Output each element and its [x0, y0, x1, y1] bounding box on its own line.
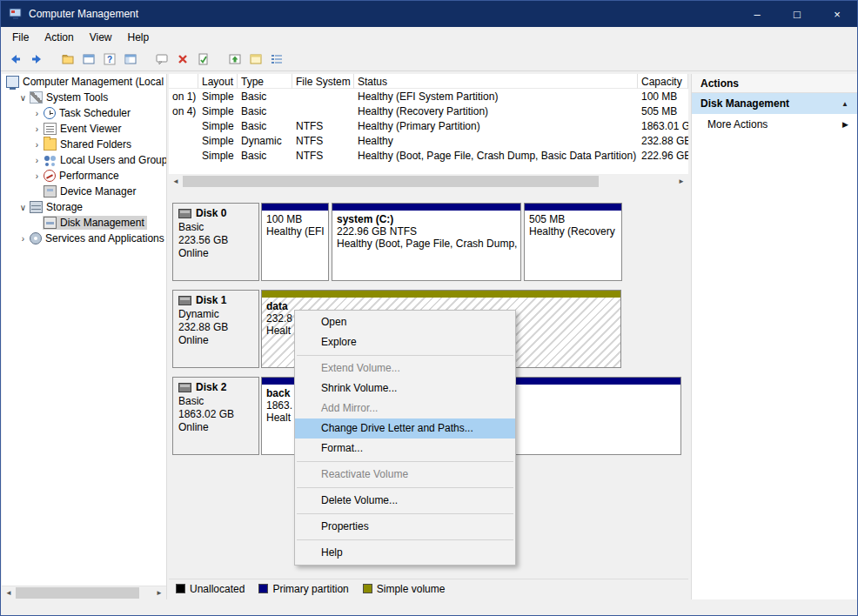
partition-system-c[interactable]: system (C:) 222.96 GB NTFS Healthy (Boot…	[332, 203, 521, 281]
details-icon[interactable]	[268, 50, 285, 68]
scroll-right-icon[interactable]: ►	[152, 586, 166, 599]
column-header-file-system[interactable]: File System	[292, 74, 354, 89]
menu-item-shrink-volume[interactable]: Shrink Volume...	[295, 378, 515, 398]
tree-horizontal-scrollbar[interactable]: ◄ ►	[2, 586, 166, 599]
scrollbar-thumb[interactable]	[183, 176, 599, 187]
menu-action[interactable]: Action	[37, 29, 81, 46]
volume-row[interactable]: Simple Dynamic NTFS Healthy 232.88 GB	[169, 133, 688, 148]
tree-item-local-users-and-groups[interactable]: › Local Users and Groups	[2, 152, 166, 168]
forward-icon[interactable]	[28, 50, 45, 68]
minimize-button[interactable]: –	[737, 1, 777, 27]
menu-item-open[interactable]: Open	[295, 312, 515, 332]
menu-file[interactable]: File	[4, 29, 37, 46]
disk-1-label[interactable]: Disk 1 Dynamic 232.88 GB Online	[172, 290, 259, 368]
column-header-status[interactable]: Status	[354, 74, 638, 89]
disk-type: Basic	[178, 395, 253, 408]
up-arrow-icon[interactable]	[226, 50, 244, 68]
menu-view[interactable]: View	[82, 29, 120, 46]
disk-type: Dynamic	[178, 308, 253, 321]
expand-icon[interactable]: ∨	[17, 93, 29, 103]
cell-type: Basic	[238, 148, 292, 163]
cell-layout: Simple	[198, 104, 238, 118]
volume-row[interactable]: on 1) Simple Basic Healthy (EFI System P…	[169, 89, 688, 104]
volume-list-horizontal-scrollbar[interactable]: ◄ ►	[169, 174, 688, 189]
partition-size: 100 MB	[266, 213, 324, 225]
cell-status: Healthy (EFI System Partition)	[354, 89, 638, 104]
column-header-layout[interactable]: Layout	[198, 74, 238, 89]
scroll-right-icon[interactable]: ►	[674, 174, 688, 189]
menu-item-explore[interactable]: Explore	[295, 332, 515, 352]
disk-name: Disk 2	[196, 381, 226, 394]
column-header-type[interactable]: Type	[238, 74, 292, 89]
menu-item-properties[interactable]: Properties	[295, 517, 515, 537]
menu-item-help[interactable]: Help	[295, 543, 515, 563]
menu-item-extend-volume: Extend Volume...	[295, 358, 515, 378]
tree-item-label: Storage	[43, 201, 83, 213]
tree-item-label: Performance	[56, 170, 119, 182]
volume-row[interactable]: Simple Basic NTFS Healthy (Primary Parti…	[169, 118, 688, 133]
event-viewer-icon	[44, 123, 57, 135]
tree-item-event-viewer[interactable]: › Event Viewer	[2, 121, 166, 137]
expand-icon[interactable]: ›	[31, 156, 43, 165]
expand-icon[interactable]: ›	[17, 234, 29, 244]
tree-item-storage[interactable]: ∨ Storage	[2, 199, 166, 215]
help-icon[interactable]: ?	[101, 50, 118, 68]
console-tree-icon[interactable]	[122, 50, 139, 68]
disk-status: Online	[178, 334, 253, 347]
tree-item-disk-management[interactable]: Disk Management	[2, 215, 166, 231]
menu-item-delete-volume[interactable]: Delete Volume...	[295, 491, 515, 511]
tree-item-shared-folders[interactable]: › Shared Folders	[2, 137, 166, 152]
tree-item-label: System Tools	[43, 91, 108, 104]
column-header-volume[interactable]	[169, 74, 198, 89]
disk-size: 232.88 GB	[178, 321, 253, 334]
legend-unallocated: Unallocated	[176, 583, 245, 595]
tree-item-system-tools[interactable]: ∨ System Tools	[2, 90, 166, 105]
callout-icon[interactable]	[153, 50, 171, 68]
legend-simple-volume: Simple volume	[363, 583, 446, 595]
collapse-caret-icon[interactable]: ▲	[841, 100, 848, 108]
volume-row[interactable]: Simple Basic NTFS Healthy (Boot, Page Fi…	[169, 148, 688, 163]
menu-item-change-drive-letter-and-paths[interactable]: Change Drive Letter and Paths...	[295, 418, 515, 439]
scroll-left-icon[interactable]: ◄	[169, 174, 183, 189]
tree-item-task-scheduler[interactable]: › Task Scheduler	[2, 105, 166, 121]
local-users-groups-icon	[44, 154, 57, 166]
column-header-capacity[interactable]: Capacity	[638, 74, 688, 89]
partition-recovery[interactable]: 505 MB Healthy (Recovery	[524, 203, 622, 281]
new-window-icon[interactable]	[247, 50, 265, 68]
disk-icon	[178, 209, 191, 218]
menu-help[interactable]: Help	[120, 29, 158, 46]
simple-volume-swatch	[363, 584, 372, 593]
expand-icon[interactable]: ›	[31, 109, 43, 118]
export-list-icon[interactable]	[59, 50, 77, 68]
scrollbar-thumb[interactable]	[16, 587, 139, 599]
tree-item-computer-management[interactable]: Computer Management (Local	[2, 74, 166, 90]
validate-icon[interactable]	[195, 50, 212, 68]
expand-icon[interactable]: ›	[31, 140, 43, 150]
volume-row[interactable]: on 4) Simple Basic Healthy (Recovery Par…	[169, 104, 688, 118]
disk-size: 223.56 GB	[178, 234, 253, 247]
back-icon[interactable]	[7, 50, 24, 68]
primary-partition-swatch	[258, 584, 268, 593]
delete-icon[interactable]	[174, 50, 191, 68]
disk-2-label[interactable]: Disk 2 Basic 1863.02 GB Online	[172, 377, 259, 455]
legend-bar: Unallocated Primary partition Simple vol…	[169, 579, 688, 598]
computer-icon	[6, 76, 19, 88]
expand-icon[interactable]: ∨	[17, 203, 29, 212]
tree-item-performance[interactable]: › Performance	[2, 168, 166, 184]
maximize-button[interactable]: □	[777, 1, 817, 27]
expand-icon[interactable]: ›	[31, 124, 43, 134]
cell-volume	[169, 118, 198, 133]
tree-item-label: Disk Management	[57, 217, 144, 229]
more-actions-arrow-icon: ▶	[842, 120, 848, 129]
disk-0-label[interactable]: Disk 0 Basic 223.56 GB Online	[172, 203, 259, 281]
menu-item-format[interactable]: Format...	[295, 439, 515, 459]
actions-group-disk-management[interactable]: Disk Management ▲	[692, 93, 857, 114]
close-button[interactable]: ×	[817, 1, 857, 27]
tree-item-device-manager[interactable]: Device Manager	[2, 184, 166, 199]
scroll-left-icon[interactable]: ◄	[2, 586, 16, 599]
console-window-icon[interactable]	[80, 50, 97, 68]
expand-icon[interactable]: ›	[31, 171, 43, 181]
tree-item-services-and-applications[interactable]: › Services and Applications	[2, 231, 166, 246]
more-actions-item[interactable]: More Actions ▶	[692, 114, 857, 135]
partition-efi[interactable]: 100 MB Healthy (EFI	[261, 203, 329, 281]
